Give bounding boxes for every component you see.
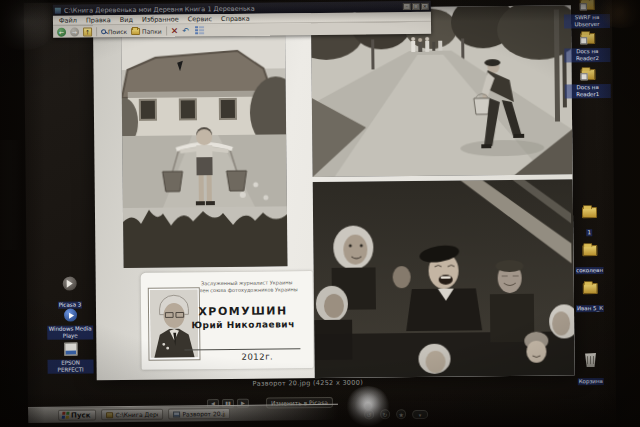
menu-view[interactable]: Вид (120, 15, 133, 23)
explorer-window: C:\Книга Деревенька мои Деревня Книга 1 … (53, 1, 431, 38)
viewer-image-spread[interactable]: Заслуженный журналист Украины Член союза… (93, 5, 575, 380)
desktop-icon-label: SWRF на Ubserver (564, 14, 610, 28)
author-given-names: Юрий Николаевич (175, 319, 311, 330)
search-button[interactable]: Поиск (101, 28, 127, 35)
desktop-icon-label: EPSON PERFECTI (48, 360, 94, 374)
desktop-icon-share-1[interactable]: SWRF на Ubserver (564, 0, 610, 30)
author-surname: ХРОМУШИН (175, 304, 311, 318)
network-folder-icon (579, 0, 594, 10)
photo-boy-with-buckets (121, 34, 287, 268)
views-icon[interactable] (195, 26, 204, 34)
taskbar: Пуск C:\Книга Деревенька н... Разворот 2… (28, 404, 338, 423)
desktop-icon-label: соколеан (575, 267, 604, 274)
desktop-icon-label: Docs на Reader2 (564, 48, 610, 62)
rotate-right-icon[interactable]: ↻ (380, 409, 390, 419)
taskbar-item-viewer[interactable]: Разворот 20.jpg - Пи... (168, 408, 230, 420)
photographed-monitor: Заслуженный журналист Украины Член союза… (0, 0, 640, 427)
viewer-caption: Разворот 20.jpg (4252 x 3000) (178, 378, 438, 389)
desktop-icon-label: Иван 5_К (576, 305, 604, 312)
taskbar-item-label: Разворот 20.jpg - Пи... (182, 410, 225, 417)
desktop-icon-label: Корзина (578, 378, 604, 385)
credential-lines: Заслуженный журналист Украины Член союза… (191, 279, 303, 293)
recycle-bin-icon (584, 353, 597, 367)
scanner-icon (64, 343, 77, 356)
star-icon[interactable]: ★ (396, 409, 406, 419)
desktop-icon-folder-2[interactable]: соколеан (566, 245, 612, 276)
desktop-icon-recycle-bin[interactable]: Корзина (567, 353, 613, 387)
menu-edit[interactable]: Правка (86, 16, 111, 24)
rotate-left-icon[interactable]: ↺ (364, 409, 374, 419)
search-label: Поиск (108, 28, 127, 35)
folder-icon (582, 245, 597, 256)
minimize-button[interactable]: – (403, 3, 411, 10)
network-folder-icon (580, 33, 595, 44)
toolbar-separator (96, 27, 97, 36)
image-file-icon (173, 411, 180, 417)
taskbar-item-label: C:\Книга Деревенька н... (115, 411, 158, 418)
menu-favorites[interactable]: Избранное (142, 15, 179, 23)
desktop-icon-label: Docs на Reader1 (565, 84, 611, 98)
desktop-icon-epson[interactable]: EPSON PERFECTI (47, 342, 93, 375)
monitor-screen: Заслуженный журналист Украины Член союза… (24, 0, 616, 427)
start-label: Пуск (71, 411, 90, 419)
toolbar-separator (166, 26, 167, 35)
desktop-icon-media-player[interactable]: Windows Media Playe (47, 308, 93, 341)
menu-tools[interactable]: Сервис (188, 15, 212, 23)
photo-laughing-villagers (313, 179, 575, 378)
close-button[interactable]: × (421, 3, 429, 10)
taskbar-item-explorer[interactable]: C:\Книга Деревенька н... (101, 409, 163, 421)
viewer-edit-controls: ↺ ↻ ★ ▾ (364, 409, 428, 420)
folders-label: Папки (142, 27, 162, 34)
back-icon[interactable]: ← (57, 27, 66, 36)
delete-icon[interactable]: × (171, 26, 179, 35)
credential-line-2: Член союза фотохудожников Украины (191, 286, 303, 294)
network-folder-icon (580, 69, 595, 80)
desktop-icon-share-3[interactable]: Docs на Reader1 (565, 69, 611, 100)
folder-icon (582, 283, 597, 294)
forward-icon[interactable]: → (70, 27, 79, 36)
search-icon (101, 29, 106, 34)
slide-year: 2012г. (241, 351, 273, 361)
desktop-icon-label: 1 (586, 229, 592, 236)
desktop-icon-folder-3[interactable]: Иван 5_К (567, 283, 613, 314)
start-button[interactable]: Пуск (58, 409, 96, 420)
slide-title-card: Заслуженный журналист Украины Член союза… (141, 271, 314, 370)
desktop-icon-picasa[interactable]: Picasa 3 (47, 276, 93, 310)
folder-icon (131, 27, 140, 34)
picasa-icon (63, 277, 77, 291)
menu-file[interactable]: Файл (59, 16, 77, 24)
more-options-icon[interactable]: ▾ (412, 409, 428, 418)
undo-icon[interactable]: ↶ (182, 26, 189, 35)
desktop-icon-share-2[interactable]: Docs на Reader2 (564, 33, 610, 64)
folders-button[interactable]: Папки (131, 27, 162, 34)
desktop-icon-label: Windows Media Playe (47, 326, 93, 340)
desktop-icon-folder-1[interactable]: 1 (566, 207, 612, 238)
windows-flag-icon (62, 412, 70, 419)
media-player-icon (63, 309, 76, 322)
up-folder-icon[interactable]: ↑ (83, 27, 92, 36)
folder-icon (106, 412, 113, 418)
explorer-app-icon (55, 7, 61, 13)
menu-help[interactable]: Справка (221, 14, 250, 22)
signature-rule (184, 348, 300, 350)
folder-icon (581, 207, 596, 218)
maximize-button[interactable]: □ (412, 3, 420, 10)
screen-reflection (0, 140, 22, 250)
